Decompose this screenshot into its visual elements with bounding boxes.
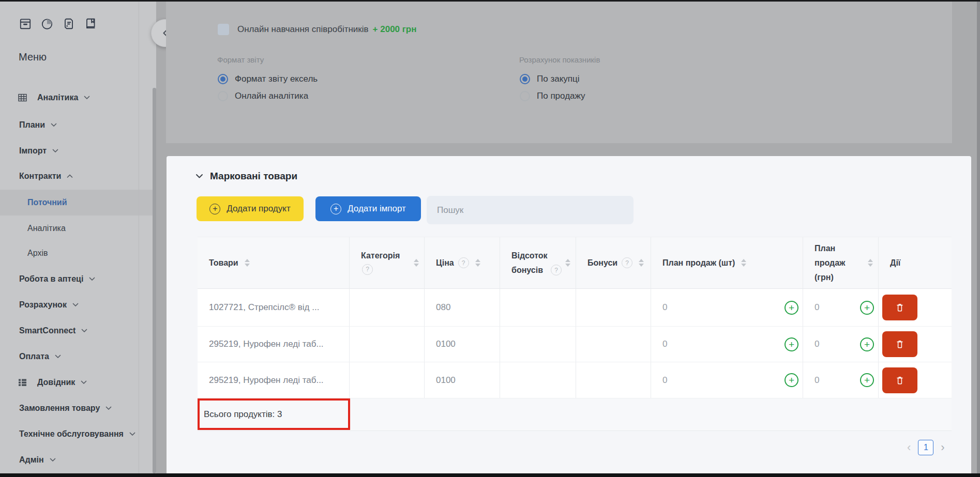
help-icon[interactable]: ? — [362, 264, 373, 275]
app-screen: Меню Аналітика Плани Імпорт Контракти По… — [0, 0, 980, 477]
training-checkbox-label: Онлайн навчання співробітників — [237, 24, 369, 35]
chevron-down-icon — [52, 149, 58, 153]
cell-plan-uah: 0 + — [803, 289, 878, 327]
training-checkbox[interactable] — [218, 24, 229, 35]
column-header-product: Товари — [198, 237, 349, 289]
sort-control[interactable] — [639, 259, 644, 267]
report-icon[interactable] — [62, 17, 76, 30]
cell-plan-qty: 0 + — [651, 362, 803, 398]
sidebar-item-contracts[interactable]: Контракти — [0, 166, 153, 187]
cell-category — [349, 289, 424, 327]
pagination-next-icon[interactable]: › — [939, 441, 946, 454]
radio-option-by-sale[interactable]: По продажу — [520, 90, 585, 102]
sidebar-item-current[interactable]: Поточний — [0, 190, 153, 216]
delete-row-button[interactable] — [882, 367, 917, 393]
pagination: ‹ 1 › — [905, 440, 947, 455]
cell-actions — [878, 289, 952, 327]
add-plan-uah-button[interactable]: + — [860, 301, 874, 315]
cell-plan-qty: 0 + — [651, 327, 803, 362]
sidebar-item-smartconnect[interactable]: SmartConnect — [0, 320, 153, 341]
sort-control[interactable] — [565, 259, 570, 267]
radio-selected-icon — [218, 74, 228, 84]
sidebar-item-payment[interactable]: Оплата — [0, 346, 153, 367]
sort-control[interactable] — [741, 259, 746, 267]
cell-product: 295219, Нурофен леді таб... — [198, 362, 349, 398]
sidebar-item-archive[interactable]: Архів — [0, 243, 153, 264]
report-format-label: Формат звіту — [217, 55, 264, 64]
menu-title: Меню — [19, 51, 47, 63]
cell-price: 0100 — [424, 362, 500, 398]
trash-icon — [894, 301, 906, 314]
radio-option-by-purchase[interactable]: По закупці — [520, 73, 580, 85]
cell-bonus-percent — [500, 289, 576, 327]
plus-circle-icon: + — [330, 204, 341, 214]
pagination-page-1[interactable]: 1 — [918, 440, 933, 455]
sidebar-scrollbar[interactable] — [153, 88, 156, 473]
column-header-plan-qty: План продаж (шт) — [651, 237, 803, 289]
add-plan-qty-button[interactable]: + — [785, 373, 798, 387]
sidebar-item-pharmacy-work[interactable]: Робота в аптеці — [0, 269, 153, 289]
delete-row-button[interactable] — [882, 331, 917, 357]
chevron-down-icon — [72, 303, 79, 307]
add-plan-qty-button[interactable]: + — [785, 301, 798, 315]
search-input[interactable] — [427, 196, 634, 224]
radio-unselected-icon — [520, 91, 530, 101]
list-icon — [18, 378, 27, 387]
sidebar-item-plans[interactable]: Плани — [0, 115, 153, 135]
help-icon[interactable]: ? — [551, 265, 562, 275]
add-plan-qty-button[interactable]: + — [785, 337, 798, 351]
help-icon[interactable]: ? — [622, 257, 632, 268]
trash-icon — [894, 338, 906, 350]
cell-product: 295219, Нурофен леді таб... — [198, 327, 349, 362]
section-header[interactable]: Марковані товари — [195, 171, 297, 182]
sidebar-top-icons — [19, 17, 97, 30]
sidebar-item-admin[interactable]: Адмін — [0, 450, 153, 470]
chevron-down-icon — [55, 355, 61, 359]
help-icon[interactable]: ? — [458, 257, 469, 268]
column-header-category: Категорія ? — [349, 237, 424, 289]
radio-option-online-analytics[interactable]: Онлайн аналітика — [218, 90, 308, 102]
window-edge-top — [0, 0, 980, 2]
total-products-label: Всього продуктів: 3 — [198, 398, 952, 431]
sidebar-item-directory[interactable]: Довідник — [0, 372, 153, 393]
section-title: Марковані товари — [210, 171, 297, 182]
add-import-button[interactable]: + Додати імпорт — [315, 196, 421, 221]
add-plan-uah-button[interactable]: + — [860, 337, 874, 351]
cell-bonuses — [576, 362, 651, 398]
sidebar-item-maintenance[interactable]: Технічне обслуговування — [0, 424, 153, 444]
pagination-prev-icon[interactable]: ‹ — [905, 441, 913, 454]
sidebar-item-calculation[interactable]: Розрахунок — [0, 295, 153, 315]
archive-box-icon[interactable] — [19, 17, 32, 30]
cell-category — [349, 362, 424, 398]
chevron-up-icon — [67, 174, 73, 178]
add-product-button[interactable]: + Додати продукт — [197, 196, 304, 221]
book-icon[interactable] — [84, 17, 97, 30]
training-price: + 2000 грн — [373, 24, 417, 35]
cell-plan-uah: 0 + — [803, 327, 878, 362]
cell-price: 080 — [424, 289, 500, 327]
cell-bonuses — [576, 327, 651, 362]
sort-control[interactable] — [475, 259, 480, 267]
cell-plan-uah: 0 + — [803, 362, 878, 398]
sidebar-item-analytics[interactable]: Аналітика — [0, 87, 153, 108]
sidebar-item-contracts-analytics[interactable]: Аналітика — [0, 218, 153, 239]
plus-circle-icon: + — [209, 204, 220, 214]
radio-option-excel[interactable]: Формат звіту ексель — [218, 73, 318, 85]
pie-chart-icon[interactable] — [40, 17, 54, 30]
window-edge-bottom — [0, 473, 980, 477]
chevron-down-icon — [129, 432, 135, 436]
cell-category — [349, 327, 424, 362]
products-table: Товари Категорія ? Ціна ? Відсоток бонус… — [198, 237, 952, 431]
delete-row-button[interactable] — [882, 295, 917, 320]
calculation-label: Розрахунок показників — [519, 55, 600, 64]
sort-control[interactable] — [414, 259, 419, 267]
chevron-down-icon — [195, 174, 203, 179]
cell-bonus-percent — [500, 362, 576, 398]
sort-control[interactable] — [868, 259, 873, 267]
sort-control[interactable] — [245, 259, 250, 267]
chevron-down-icon — [81, 380, 87, 384]
add-plan-uah-button[interactable]: + — [860, 373, 874, 387]
sidebar-item-product-order[interactable]: Замовлення товару — [0, 398, 153, 419]
column-header-plan-uah: План продаж (грн) — [803, 237, 878, 289]
sidebar-item-import[interactable]: Імпорт — [0, 141, 153, 161]
